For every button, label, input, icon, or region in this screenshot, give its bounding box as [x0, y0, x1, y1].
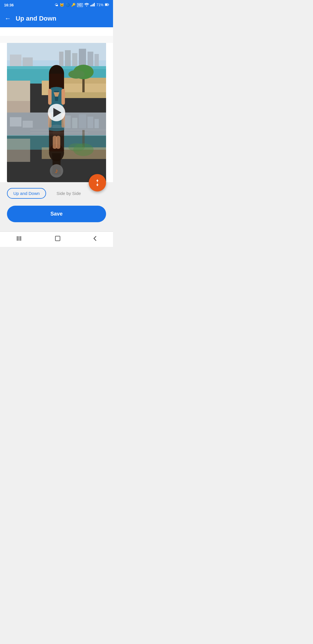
status-hd-badge: HD [77, 3, 83, 7]
svg-rect-23 [7, 101, 30, 113]
svg-rect-4 [94, 3, 95, 6]
status-time: 16:36 [4, 3, 14, 7]
svg-rect-56 [56, 136, 60, 149]
svg-rect-38 [65, 115, 71, 128]
svg-rect-42 [94, 119, 99, 128]
svg-point-0 [86, 6, 87, 6]
side-by-side-tab[interactable]: Side by Side [50, 188, 87, 199]
svg-rect-43 [10, 117, 21, 126]
music-button[interactable]: ♪ [50, 164, 63, 178]
status-signal-icon [90, 3, 95, 7]
main-content: ♪ Up and Down Side by Side Save [0, 27, 113, 231]
svg-rect-7 [108, 4, 109, 5]
svg-rect-62 [55, 236, 60, 241]
svg-rect-16 [10, 55, 21, 68]
status-battery: 71% [97, 3, 103, 7]
video-container[interactable]: ♪ [7, 43, 106, 182]
nav-menu-button[interactable] [16, 236, 23, 243]
svg-rect-17 [23, 57, 33, 68]
nav-home-button[interactable] [54, 235, 61, 243]
svg-rect-32 [61, 89, 65, 105]
up-and-down-tab[interactable]: Up and Down [7, 188, 46, 199]
svg-rect-11 [65, 50, 71, 68]
svg-rect-44 [23, 121, 33, 128]
status-weather-icon: 🌤 [55, 3, 58, 7]
svg-rect-14 [88, 52, 93, 68]
app-bar: ← Up and Down [0, 10, 113, 27]
swap-icon [93, 179, 101, 187]
bottom-section: Up and Down Side by Side Save [0, 182, 113, 231]
svg-point-26 [68, 70, 85, 79]
status-record-icon: 🔵 [65, 3, 70, 7]
svg-point-50 [68, 143, 85, 151]
svg-rect-60 [19, 236, 19, 241]
svg-rect-55 [53, 136, 57, 149]
svg-rect-47 [7, 139, 30, 162]
status-key-icon: 🔑 [71, 3, 76, 7]
svg-rect-1 [90, 5, 91, 6]
svg-rect-2 [92, 5, 92, 6]
status-cat-icon: 🐱 [60, 3, 64, 7]
svg-rect-39 [72, 118, 77, 128]
nav-back-button[interactable] [92, 235, 97, 243]
svg-rect-3 [93, 4, 94, 6]
back-button[interactable]: ← [5, 15, 11, 22]
svg-rect-31 [48, 89, 52, 105]
save-button[interactable]: Save [7, 206, 106, 222]
svg-rect-10 [59, 52, 63, 68]
status-wifi-icon [84, 3, 89, 7]
svg-rect-40 [79, 114, 86, 128]
status-icons: 🌤 🐱 🔵 🔑 HD 71% [55, 3, 109, 7]
play-icon [53, 108, 61, 117]
play-button[interactable] [48, 104, 65, 121]
fab-swap-button[interactable] [89, 174, 106, 191]
svg-rect-61 [20, 236, 21, 241]
view-toggle-row: Up and Down Side by Side [7, 188, 106, 199]
svg-rect-12 [72, 53, 77, 68]
svg-rect-41 [88, 117, 93, 128]
svg-rect-59 [17, 236, 18, 241]
nav-bar [0, 231, 113, 247]
status-bar: 16:36 🌤 🐱 🔵 🔑 HD 71% [0, 0, 113, 10]
music-note-icon: ♪ [55, 167, 58, 175]
svg-rect-15 [94, 54, 99, 68]
status-battery-icon [105, 3, 109, 7]
app-bar-title: Up and Down [16, 15, 57, 22]
svg-rect-6 [105, 4, 108, 6]
